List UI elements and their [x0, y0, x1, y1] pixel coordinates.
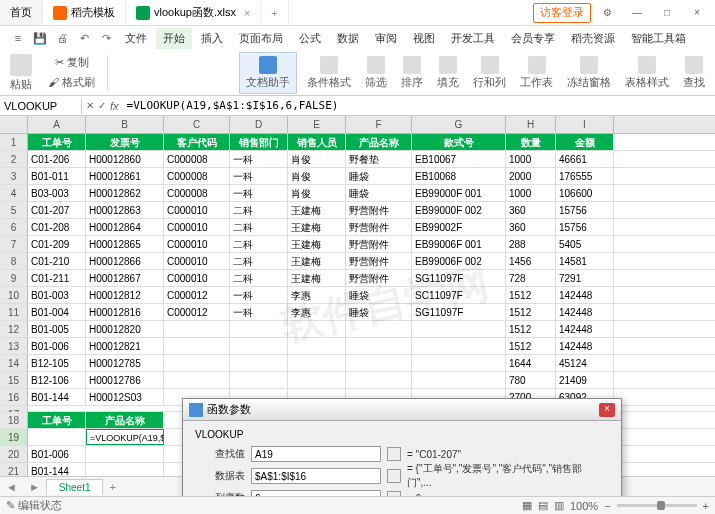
- format-button[interactable]: 🖌 格式刷: [44, 73, 99, 92]
- redo-icon[interactable]: ↷: [96, 28, 116, 48]
- cell[interactable]: 1512: [506, 321, 556, 337]
- cell[interactable]: H00012821: [86, 338, 164, 354]
- menu-insert[interactable]: 插入: [194, 28, 230, 49]
- cell[interactable]: 肖俊: [288, 185, 346, 201]
- cell[interactable]: 1000: [506, 151, 556, 167]
- cell[interactable]: [230, 338, 288, 354]
- freeze-button[interactable]: 冻结窗格: [563, 54, 615, 92]
- col-e[interactable]: E: [288, 116, 346, 133]
- cell[interactable]: 7291: [556, 270, 614, 286]
- cell[interactable]: 睡袋: [346, 168, 412, 184]
- cell[interactable]: 142448: [556, 287, 614, 303]
- cell[interactable]: B12-105: [28, 355, 86, 371]
- cell[interactable]: [412, 321, 506, 337]
- cell[interactable]: B03-003: [28, 185, 86, 201]
- cell[interactable]: C01-206: [28, 151, 86, 167]
- login-button[interactable]: 访客登录: [533, 3, 591, 23]
- cell[interactable]: 176555: [556, 168, 614, 184]
- assist-button[interactable]: 文档助手: [239, 52, 297, 94]
- active-cell[interactable]: =VLOOKUP(A19,$A$1:$I$16,: [86, 429, 164, 445]
- col-g[interactable]: G: [412, 116, 506, 133]
- cell[interactable]: 360: [506, 202, 556, 218]
- cell[interactable]: 1456: [506, 253, 556, 269]
- col-a[interactable]: A: [28, 116, 86, 133]
- table-button[interactable]: 表格样式: [621, 54, 673, 92]
- cell[interactable]: C000010: [164, 270, 230, 286]
- menu-res[interactable]: 稻壳资源: [564, 28, 622, 49]
- cell[interactable]: B01-144: [28, 389, 86, 405]
- ref-icon[interactable]: [387, 469, 401, 483]
- cell[interactable]: [346, 338, 412, 354]
- cell[interactable]: 一科: [230, 151, 288, 167]
- cell[interactable]: H00012863: [86, 202, 164, 218]
- cell[interactable]: 46661: [556, 151, 614, 167]
- name-box[interactable]: VLOOKUP: [0, 98, 82, 114]
- cell[interactable]: 一科: [230, 185, 288, 201]
- confirm-formula-icon[interactable]: ✓: [98, 100, 106, 111]
- cell[interactable]: 1512: [506, 304, 556, 320]
- cell[interactable]: 二科: [230, 236, 288, 252]
- cell[interactable]: 睡袋: [346, 304, 412, 320]
- tab-template[interactable]: 稻壳模板: [43, 0, 126, 25]
- header-cell[interactable]: 数量: [506, 134, 556, 150]
- cell[interactable]: B01-004: [28, 304, 86, 320]
- cell[interactable]: C000012: [164, 304, 230, 320]
- cell[interactable]: 15756: [556, 202, 614, 218]
- sheet-nav-next[interactable]: ►: [23, 481, 46, 493]
- fill-button[interactable]: 填充: [433, 54, 463, 92]
- cell[interactable]: 1512: [506, 287, 556, 303]
- zoom-in-icon[interactable]: +: [703, 500, 709, 512]
- cell[interactable]: H00012785: [86, 355, 164, 371]
- cell[interactable]: 15756: [556, 219, 614, 235]
- cell[interactable]: 睡袋: [346, 185, 412, 201]
- cell[interactable]: C01-208: [28, 219, 86, 235]
- maximize-icon[interactable]: □: [653, 3, 681, 23]
- cell[interactable]: [346, 372, 412, 388]
- header-cell[interactable]: 发票号: [86, 134, 164, 150]
- cell[interactable]: [412, 338, 506, 354]
- cell[interactable]: [230, 355, 288, 371]
- tab-add[interactable]: +: [261, 0, 288, 25]
- menu-review[interactable]: 审阅: [368, 28, 404, 49]
- cell[interactable]: 肖俊: [288, 151, 346, 167]
- menu-home[interactable]: 开始: [156, 28, 192, 49]
- col-d[interactable]: D: [230, 116, 288, 133]
- cell[interactable]: 一科: [230, 168, 288, 184]
- cell[interactable]: 106600: [556, 185, 614, 201]
- cell[interactable]: [288, 338, 346, 354]
- cell[interactable]: [346, 321, 412, 337]
- cell[interactable]: B01-011: [28, 168, 86, 184]
- sheet-tab[interactable]: Sheet1: [46, 479, 104, 495]
- fx-icon[interactable]: fx: [110, 100, 119, 112]
- cell[interactable]: [288, 321, 346, 337]
- col-f[interactable]: F: [346, 116, 412, 133]
- menu-smart[interactable]: 智能工具箱: [624, 28, 693, 49]
- cell[interactable]: 142448: [556, 304, 614, 320]
- cell[interactable]: [164, 372, 230, 388]
- cell[interactable]: 野营附件: [346, 270, 412, 286]
- cell[interactable]: 王建梅: [288, 270, 346, 286]
- view-normal-icon[interactable]: ▦: [522, 499, 532, 512]
- select-all[interactable]: [0, 116, 28, 133]
- cancel-formula-icon[interactable]: ✕: [86, 100, 94, 111]
- menu-layout[interactable]: 页面布局: [232, 28, 290, 49]
- cell[interactable]: EB10068: [412, 168, 506, 184]
- close-icon[interactable]: ×: [244, 7, 250, 19]
- cell[interactable]: [164, 321, 230, 337]
- cell[interactable]: 5405: [556, 236, 614, 252]
- cell[interactable]: EB99006F 002: [412, 253, 506, 269]
- cell[interactable]: EB99006F 001: [412, 236, 506, 252]
- view-break-icon[interactable]: ▥: [554, 499, 564, 512]
- menu-formula[interactable]: 公式: [292, 28, 328, 49]
- cell[interactable]: 野营附件: [346, 219, 412, 235]
- close-window-icon[interactable]: ×: [683, 3, 711, 23]
- ref-icon[interactable]: [387, 491, 401, 496]
- sheet-nav-prev[interactable]: ◄: [0, 481, 23, 493]
- header-cell[interactable]: 销售人员: [288, 134, 346, 150]
- cell[interactable]: [230, 372, 288, 388]
- cell[interactable]: [230, 321, 288, 337]
- settings-icon[interactable]: ⚙: [593, 3, 621, 23]
- cell[interactable]: 360: [506, 219, 556, 235]
- lookup-input[interactable]: [251, 446, 381, 462]
- zoom-value[interactable]: 100%: [570, 500, 598, 512]
